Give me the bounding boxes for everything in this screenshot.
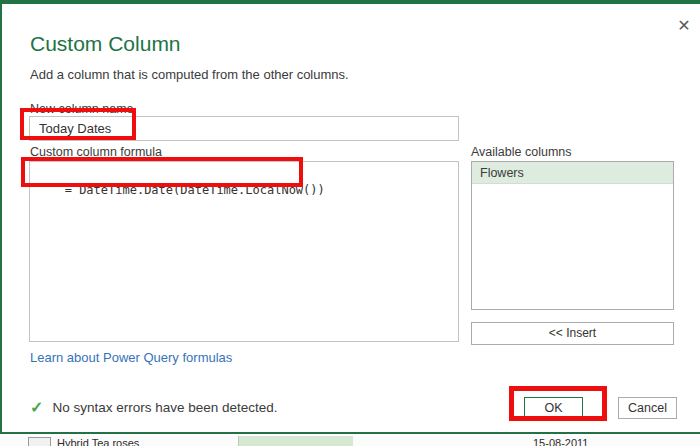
custom-column-dialog: ✕ Custom Column Add a column that is com… bbox=[0, 0, 700, 434]
ok-button[interactable]: OK bbox=[524, 397, 583, 419]
learn-formulas-link[interactable]: Learn about Power Query formulas bbox=[30, 350, 232, 365]
cancel-button[interactable]: Cancel bbox=[618, 397, 677, 419]
new-column-name-input[interactable] bbox=[29, 116, 459, 141]
available-columns-listbox[interactable]: Flowers bbox=[471, 161, 674, 310]
syntax-status-text: No syntax errors have been detected. bbox=[52, 400, 277, 415]
background-table-cell bbox=[238, 436, 353, 446]
insert-button[interactable]: << Insert bbox=[471, 322, 674, 345]
check-icon: ✓ bbox=[30, 398, 43, 417]
custom-column-formula-label: Custom column formula bbox=[30, 145, 162, 159]
formula-equals-prefix: = bbox=[65, 183, 79, 197]
syntax-status-row: ✓ No syntax errors have been detected. bbox=[30, 398, 278, 417]
available-columns-label: Available columns bbox=[471, 145, 572, 159]
new-column-name-label: New column name bbox=[30, 102, 134, 116]
formula-editor[interactable]: = DateTime.Date(DateTime.LocalNow()) bbox=[29, 161, 459, 342]
background-date-cell: 15-08-2011 bbox=[533, 437, 588, 446]
list-item-flowers[interactable]: Flowers bbox=[472, 162, 673, 184]
background-table-row: Hybrid Tea roses 15-08-2011 bbox=[0, 436, 700, 446]
formula-line: = DateTime.Date(DateTime.LocalNow()) bbox=[38, 169, 450, 211]
formula-code: DateTime.Date(DateTime.LocalNow()) bbox=[79, 183, 325, 197]
background-flower-cell: Hybrid Tea roses bbox=[57, 437, 139, 446]
dialog-subtitle: Add a column that is computed from the o… bbox=[30, 67, 349, 82]
background-row-header bbox=[28, 437, 51, 446]
dialog-title: Custom Column bbox=[30, 32, 181, 56]
screenshot-stage: Hybrid Tea roses 15-08-2011 ✕ Custom Col… bbox=[0, 0, 700, 446]
close-icon[interactable]: ✕ bbox=[672, 14, 696, 38]
